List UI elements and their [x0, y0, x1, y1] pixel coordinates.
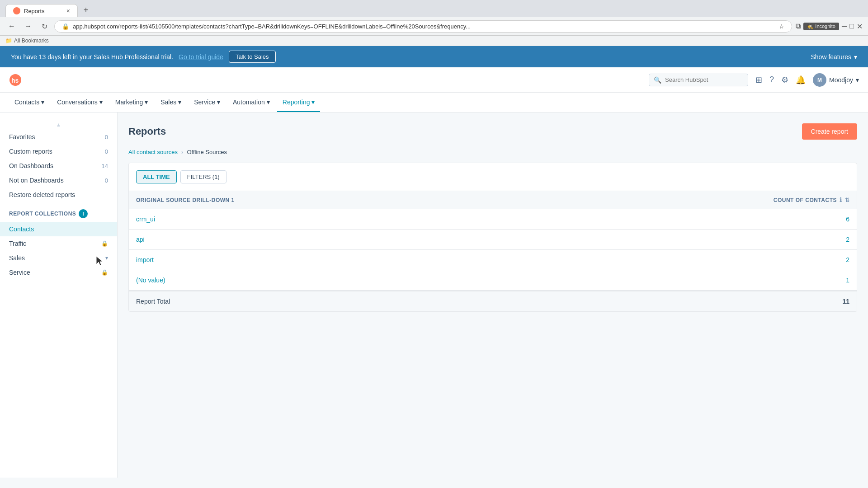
row-source-no-value[interactable]: (No value) [136, 277, 759, 284]
report-filters: ALL TIME FILTERS (1) [129, 163, 857, 191]
sidebar-item-not-on-dashboards[interactable]: Not on Dashboards 0 [0, 173, 117, 188]
nav-sales[interactable]: Sales ▾ [155, 93, 187, 112]
nav-automation-chevron: ▾ [267, 99, 270, 106]
sidebar-on-dashboards-label: On Dashboards [9, 162, 53, 169]
col-sort-icon[interactable]: ⇅ [845, 197, 850, 203]
report-total-row: Report Total 11 [129, 291, 857, 311]
total-label: Report Total [136, 298, 759, 305]
settings-icon[interactable]: ⚙ [781, 75, 788, 85]
row-count-import: 2 [759, 256, 849, 263]
main-content: Reports Create report All contact source… [118, 113, 868, 478]
sidebar-on-dashboards-count: 14 [102, 163, 108, 169]
browser-nav: ← → ↻ 🔒 app.hubspot.com/reports-list/451… [0, 17, 868, 36]
sidebar-collection-sales[interactable]: Sales ▾ [0, 251, 117, 265]
nav-marketing-chevron: ▾ [145, 99, 148, 106]
row-count-no-value: 1 [759, 277, 849, 284]
hubspot-topbar: hs 🔍 ⊞ ? ⚙ 🔔 M Moodjoy ▾ [0, 67, 868, 93]
sidebar-not-on-dashboards-count: 0 [105, 177, 108, 184]
info-badge[interactable]: i [79, 209, 88, 218]
tab-title: Reports [24, 8, 45, 14]
search-input[interactable] [665, 76, 743, 83]
show-features-button[interactable]: Show features ▾ [811, 53, 858, 61]
collection-sales-label: Sales [9, 254, 25, 262]
collection-traffic-label: Traffic [9, 240, 26, 247]
row-source-crm-ui[interactable]: crm_ui [136, 216, 759, 223]
lock-icon: 🔒 [62, 23, 69, 30]
address-bar[interactable]: 🔒 app.hubspot.com/reports-list/45105500/… [54, 20, 792, 33]
page-header: Reports Create report [128, 123, 857, 140]
window-close-icon[interactable]: ✕ [857, 22, 863, 31]
scroll-up-indicator: ▲ [0, 120, 117, 130]
forward-button[interactable]: → [22, 20, 34, 33]
user-avatar: M [813, 73, 826, 87]
browser-chrome: Reports × + [0, 0, 868, 17]
row-source-api[interactable]: api [136, 236, 759, 243]
sidebar-collection-traffic[interactable]: Traffic 🔒 [0, 236, 117, 251]
bookmarks-bar: 📁 All Bookmarks [0, 36, 868, 46]
table-row: crm_ui 6 [129, 209, 857, 230]
trial-text: You have 13 days left in your Sales Hub … [11, 53, 173, 61]
page-title: Reports [128, 126, 166, 137]
tab-favicon [13, 7, 20, 14]
report-table: ORIGINAL SOURCE DRILL-DOWN 1 COUNT OF CO… [129, 191, 857, 311]
bookmark-star-icon: ☆ [779, 23, 784, 30]
browser-nav-right: ⧉ 🕵 Incognito ─ □ ✕ [796, 22, 863, 31]
total-count: 11 [759, 298, 849, 305]
sidebar-favorites-label: Favorites [9, 133, 35, 141]
trial-guide-link[interactable]: Go to trial guide [179, 53, 223, 61]
table-row: (No value) 1 [129, 270, 857, 291]
nav-contacts[interactable]: Contacts ▾ [9, 93, 50, 112]
collections-title: Report collections [9, 211, 76, 217]
back-button[interactable]: ← [5, 20, 18, 33]
talk-to-sales-button[interactable]: Talk to Sales [229, 51, 276, 63]
sidebar-custom-reports-count: 0 [105, 148, 108, 155]
refresh-button[interactable]: ↻ [38, 20, 51, 33]
nav-service-label: Service [194, 99, 215, 106]
bookmarks-label: All Bookmarks [14, 38, 49, 44]
filter-filters-button[interactable]: FILTERS (1) [180, 170, 226, 183]
nav-sales-label: Sales [160, 99, 176, 106]
hubspot-logo[interactable]: hs [9, 74, 22, 86]
nav-conversations-chevron: ▾ [99, 99, 103, 106]
sidebar-item-restore[interactable]: Restore deleted reports [0, 188, 117, 202]
sidebar-collection-service[interactable]: Service 🔒 [0, 265, 117, 280]
col-count-label: COUNT OF CONTACTS [774, 197, 837, 203]
filter-alltime-button[interactable]: ALL TIME [136, 170, 177, 183]
sidebar-collection-contacts[interactable]: Contacts [0, 222, 117, 236]
nav-conversations[interactable]: Conversations ▾ [52, 93, 108, 112]
col-info-icon[interactable]: ℹ [840, 197, 842, 203]
window-minimize-icon[interactable]: ─ [842, 22, 847, 30]
page-container: ▲ Favorites 0 Custom reports 0 On Dashbo… [0, 113, 868, 478]
tab-close-icon[interactable]: × [66, 7, 70, 14]
trial-banner: You have 13 days left in your Sales Hub … [0, 46, 868, 67]
sidebar-not-on-dashboards-label: Not on Dashboards [9, 177, 64, 184]
search-icon: 🔍 [654, 76, 661, 84]
search-bar[interactable]: 🔍 [649, 74, 748, 86]
user-chevron-icon: ▾ [856, 76, 859, 84]
extensions-icon[interactable]: ⧉ [796, 22, 801, 30]
marketplace-icon[interactable]: ⊞ [755, 75, 762, 85]
breadcrumb: All contact sources › Offline Sources [128, 149, 857, 155]
report-table-header: ORIGINAL SOURCE DRILL-DOWN 1 COUNT OF CO… [129, 191, 857, 209]
nav-marketing[interactable]: Marketing ▾ [110, 93, 153, 112]
sidebar-item-on-dashboards[interactable]: On Dashboards 14 [0, 159, 117, 173]
browser-tab[interactable]: Reports × [5, 4, 78, 17]
window-maximize-icon[interactable]: □ [849, 22, 854, 30]
nav-reporting-chevron: ▾ [311, 99, 315, 106]
nav-contacts-label: Contacts [14, 99, 39, 106]
user-menu[interactable]: M Moodjoy ▾ [813, 73, 859, 87]
sidebar-item-favorites[interactable]: Favorites 0 [0, 130, 117, 144]
help-icon[interactable]: ? [769, 75, 774, 84]
new-tab-button[interactable]: + [80, 4, 92, 16]
show-features-label: Show features [811, 53, 852, 61]
breadcrumb-parent-link[interactable]: All contact sources [128, 149, 178, 155]
notifications-icon[interactable]: 🔔 [796, 75, 806, 85]
nav-service[interactable]: Service ▾ [189, 93, 226, 112]
nav-contacts-chevron: ▾ [41, 99, 44, 106]
row-source-import[interactable]: import [136, 256, 759, 263]
sidebar-item-custom-reports[interactable]: Custom reports 0 [0, 144, 117, 159]
bookmarks-folder-icon: 📁 [5, 38, 12, 44]
nav-reporting[interactable]: Reporting ▾ [277, 93, 321, 112]
nav-automation[interactable]: Automation ▾ [227, 93, 275, 112]
create-report-button[interactable]: Create report [802, 123, 857, 140]
